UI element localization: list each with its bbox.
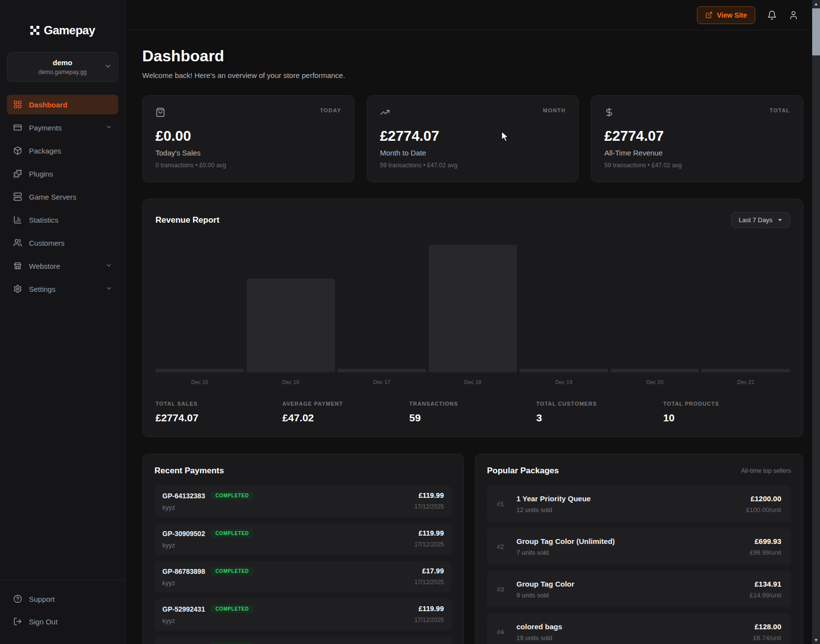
store-selector[interactable]: demo demo.gamepay.gg xyxy=(7,52,118,82)
chart-x-label: Dec 18 xyxy=(429,379,517,386)
payment-row[interactable]: GP-90344543COMPLETED £35.49 xyxy=(154,637,452,644)
scrollbar-up-arrow[interactable]: ▲ xyxy=(812,0,820,8)
package-row[interactable]: #4 colored bags 19 units sold £128.00 £6… xyxy=(487,614,791,644)
package-name: Group Tag Color xyxy=(516,580,750,588)
bar-chart-icon xyxy=(13,215,22,224)
notifications-button[interactable] xyxy=(767,10,777,20)
external-link-icon xyxy=(705,11,713,19)
card-label: All-Time Revenue xyxy=(604,149,790,157)
recent-payments-title: Recent Payments xyxy=(154,466,224,476)
package-name: colored bags xyxy=(516,622,753,631)
package-per-unit: £14.99/unit xyxy=(750,592,781,599)
payment-row[interactable]: GP-86783898COMPLETED kyyz £17.99 17/12/2… xyxy=(154,561,452,592)
store-name: demo xyxy=(14,58,111,67)
account-button[interactable] xyxy=(789,10,798,20)
package-units: 7 units sold xyxy=(516,549,750,556)
package-units: 9 units sold xyxy=(516,592,750,599)
payment-date: 17/12/2025 xyxy=(414,541,444,548)
scrollbar-thumb[interactable] xyxy=(812,8,820,55)
chart-column: Dec 19 xyxy=(519,239,608,386)
chart-x-label: Dec 15 xyxy=(155,379,244,386)
payment-customer: kyyz xyxy=(162,504,253,511)
popular-packages-panel: Popular Packages All-time top sellers #1… xyxy=(475,454,803,644)
users-icon xyxy=(13,238,22,247)
stat-card-today: TODAY £0.00 Today's Sales 0 transactions… xyxy=(142,95,355,182)
payment-row[interactable]: GP-52992431COMPLETED kyyz £119.99 17/12/… xyxy=(154,599,452,630)
sidebar-item-game-servers[interactable]: Game Servers xyxy=(7,187,118,206)
package-rank: #4 xyxy=(497,628,516,636)
sidebar-item-label: Payments xyxy=(29,124,62,132)
sidebar-item-label: Plugins xyxy=(29,170,53,178)
payment-row[interactable]: GP-30909502COMPLETED kyyz £119.99 17/12/… xyxy=(154,523,452,555)
sign-out-button[interactable]: Sign Out xyxy=(7,612,118,631)
dashboard-icon xyxy=(13,100,22,109)
package-rank: #3 xyxy=(497,586,516,593)
payment-customer: kyyz xyxy=(162,579,253,587)
payment-date: 17/12/2025 xyxy=(414,503,444,510)
sidebar-item-statistics[interactable]: Statistics xyxy=(7,210,118,230)
sidebar-item-payments[interactable]: Payments xyxy=(7,118,118,137)
package-row[interactable]: #2 Group Tag Color (Unlimited) 7 units s… xyxy=(487,528,791,565)
chart-column: Dec 20 xyxy=(611,239,699,386)
revenue-report-panel: Revenue Report Last 7 Days Dec 15Dec 16D… xyxy=(142,199,803,437)
chevron-down-icon xyxy=(104,62,112,72)
status-badge: COMPLETED xyxy=(211,491,253,500)
package-total: £134.91 xyxy=(750,580,781,588)
help-circle-icon xyxy=(13,594,22,603)
sidebar-nav: Dashboard Payments Packages Plugins Game… xyxy=(7,95,118,299)
chart-x-label: Dec 16 xyxy=(247,379,335,386)
status-badge: COMPLETED xyxy=(211,605,253,613)
sidebar-item-settings[interactable]: Settings xyxy=(7,279,118,299)
sidebar-item-plugins[interactable]: Plugins xyxy=(7,164,118,183)
page-title: Dashboard xyxy=(142,47,803,65)
chart-bar xyxy=(155,369,244,372)
package-units: 19 units sold xyxy=(516,634,753,642)
summary-average-payment: AVERAGE PAYMENT £47.02 xyxy=(282,401,410,424)
package-total: £699.93 xyxy=(750,537,781,545)
payment-id: GP-64132383 xyxy=(162,492,205,500)
package-row[interactable]: #1 1 Year Priority Queue 12 units sold £… xyxy=(487,486,791,522)
sidebar-item-label: Settings xyxy=(29,285,55,293)
sidebar-item-webstore[interactable]: Webstore xyxy=(7,256,118,276)
view-site-button[interactable]: View Site xyxy=(697,6,755,24)
summary-total-customers: TOTAL CUSTOMERS 3 xyxy=(536,401,663,424)
sidebar-item-packages[interactable]: Packages xyxy=(7,141,118,160)
payment-id: GP-86783898 xyxy=(162,567,205,575)
payment-row[interactable]: GP-64132383COMPLETED kyyz £119.99 17/12/… xyxy=(154,486,452,517)
package-total: £128.00 xyxy=(753,622,781,631)
revenue-chart: Dec 15Dec 16Dec 17Dec 18Dec 19Dec 20Dec … xyxy=(155,239,790,386)
package-name: Group Tag Color (Unlimited) xyxy=(516,537,750,545)
chart-column: Dec 15 xyxy=(155,239,244,386)
chart-column: Dec 17 xyxy=(337,239,426,386)
trending-up-icon xyxy=(380,107,390,117)
scrollbar-down-arrow[interactable]: ▼ xyxy=(812,636,820,644)
card-label: Month to Date xyxy=(380,149,566,157)
package-icon xyxy=(13,146,22,155)
store-domain: demo.gamepay.gg xyxy=(14,69,111,76)
support-button[interactable]: Support xyxy=(7,589,118,609)
store-icon xyxy=(13,261,22,270)
caret-down-icon xyxy=(777,217,783,223)
sidebar-item-label: Packages xyxy=(29,147,61,155)
page-body: Dashboard Welcome back! Here's an overvi… xyxy=(126,30,820,644)
payment-id: GP-52992431 xyxy=(162,605,205,613)
package-rank: #2 xyxy=(497,543,516,550)
scrollbar[interactable]: ▲ ▼ xyxy=(812,0,820,644)
sidebar-item-customers[interactable]: Customers xyxy=(7,233,118,253)
sidebar-item-label: Statistics xyxy=(29,216,58,224)
date-range-select[interactable]: Last 7 Days xyxy=(731,212,790,228)
page-subtitle: Welcome back! Here's an overview of your… xyxy=(142,71,803,79)
chart-bar xyxy=(429,245,517,372)
puzzle-icon xyxy=(13,169,22,178)
package-per-unit: £99.99/unit xyxy=(750,549,781,556)
card-period: TOTAL xyxy=(769,107,790,113)
gamepay-logo-icon xyxy=(30,26,40,35)
chart-bar xyxy=(337,369,426,372)
card-period: MONTH xyxy=(543,107,565,113)
package-row[interactable]: #3 Group Tag Color 9 units sold £134.91 … xyxy=(487,571,791,607)
sidebar-item-label: Dashboard xyxy=(29,101,67,109)
chart-bar xyxy=(519,369,608,372)
chart-column: Dec 21 xyxy=(701,239,790,386)
support-label: Support xyxy=(29,595,55,603)
sidebar-item-dashboard[interactable]: Dashboard xyxy=(7,95,118,114)
